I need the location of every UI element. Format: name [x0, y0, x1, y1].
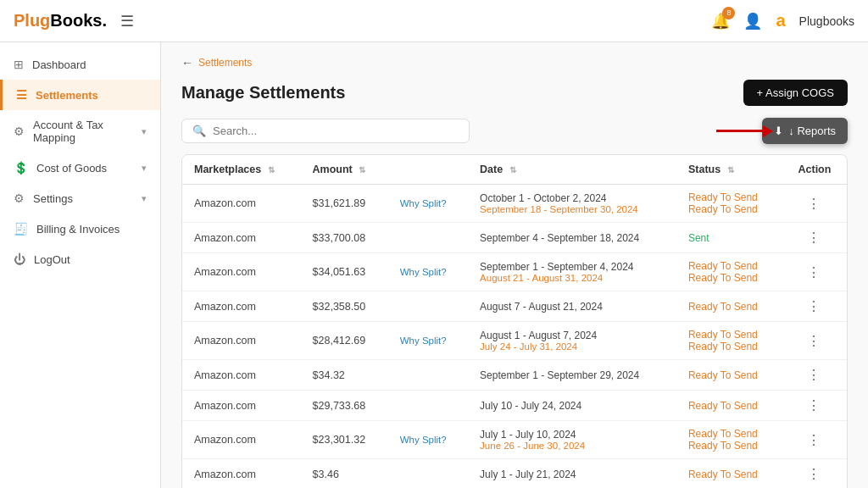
sidebar-item-dashboard[interactable]: ⊞ Dashboard: [0, 49, 160, 80]
cell-action[interactable]: ⋮: [782, 391, 847, 421]
cell-why-split[interactable]: Why Split?: [388, 322, 468, 360]
cell-marketplace: Amazon.com: [182, 291, 301, 322]
cell-amount: $33,700.08: [301, 223, 388, 253]
sidebar-item-settlements[interactable]: ☰ Settlements: [0, 80, 160, 110]
action-menu-icon[interactable]: ⋮: [807, 299, 821, 313]
cell-action[interactable]: ⋮: [782, 291, 847, 322]
cell-action[interactable]: ⋮: [782, 421, 847, 459]
cell-status: Ready To Send Ready To Send: [676, 421, 782, 459]
sidebar-item-billing[interactable]: 🧾 Billing & Invoices: [0, 214, 160, 244]
cell-date: October 1 - October 2, 2024 September 18…: [468, 185, 676, 223]
reports-button[interactable]: ⬇ ↓ Reports: [762, 118, 848, 144]
user-icon[interactable]: 👤: [743, 12, 762, 30]
cell-marketplace: Amazon.com: [182, 223, 301, 253]
menu-icon[interactable]: ☰: [120, 12, 134, 30]
action-menu-icon[interactable]: ⋮: [807, 433, 821, 447]
table-row: Amazon.com $34,051.63 Why Split? Septemb…: [182, 253, 847, 291]
cell-marketplace: Amazon.com: [182, 421, 301, 459]
cell-why-split: [388, 360, 468, 391]
sidebar-item-logout[interactable]: ⏻ LogOut: [0, 244, 160, 274]
action-menu-icon[interactable]: ⋮: [807, 265, 821, 280]
table-row: Amazon.com $3.46 July 1 - July 21, 2024 …: [182, 459, 847, 489]
page-title: Manage Settlements: [181, 83, 345, 103]
cell-marketplace: Amazon.com: [182, 459, 301, 489]
cell-marketplace: Amazon.com: [182, 322, 301, 360]
cell-action[interactable]: ⋮: [782, 459, 847, 489]
action-menu-icon[interactable]: ⋮: [807, 398, 821, 413]
page-header: Manage Settlements + Assign COGS: [181, 80, 848, 106]
action-menu-icon[interactable]: ⋮: [807, 368, 821, 382]
cell-why-split[interactable]: Why Split?: [388, 185, 468, 223]
navbar: PlugBooks. ☰ 🔔 8 👤 a Plugbooks: [0, 0, 868, 42]
cell-amount: $23,301.32: [301, 421, 388, 459]
cell-action[interactable]: ⋮: [782, 185, 847, 223]
cell-marketplace: Amazon.com: [182, 391, 301, 421]
sidebar-item-settings[interactable]: ⚙ Settings ▾: [0, 183, 160, 214]
chevron-down-icon: ▾: [142, 163, 147, 174]
breadcrumb-label: Settlements: [198, 57, 252, 69]
logout-icon: ⏻: [14, 252, 25, 266]
action-menu-icon[interactable]: ⋮: [807, 230, 821, 245]
reports-area: ⬇ ↓ Reports: [762, 118, 848, 144]
cell-why-split: [388, 223, 468, 253]
sidebar-item-label: Dashboard: [32, 58, 86, 71]
cell-status: Ready To Send: [676, 391, 782, 421]
sort-icon[interactable]: ⇅: [509, 165, 516, 175]
sidebar-item-label: Cost of Goods: [36, 162, 107, 175]
col-action: Action: [782, 155, 847, 185]
cell-marketplace: Amazon.com: [182, 253, 301, 291]
cell-action[interactable]: ⋮: [782, 360, 847, 391]
action-menu-icon[interactable]: ⋮: [807, 334, 821, 348]
cell-date: August 7 - August 21, 2024: [468, 291, 676, 322]
cell-status: Ready To Send Ready To Send: [676, 253, 782, 291]
cell-status: Sent: [676, 223, 782, 253]
billing-icon: 🧾: [14, 222, 28, 236]
col-marketplaces: Marketplaces ⇅: [182, 155, 301, 185]
action-menu-icon[interactable]: ⋮: [807, 197, 821, 211]
col-date: Date ⇅: [468, 155, 676, 185]
notification-badge: 8: [722, 7, 735, 19]
logo-plug: Plug: [14, 11, 50, 30]
cell-date: September 1 - September 4, 2024 August 2…: [468, 253, 676, 291]
sort-icon[interactable]: ⇅: [268, 165, 275, 175]
cog-icon: 💲: [14, 161, 28, 175]
reports-label: ↓ Reports: [788, 125, 836, 137]
cell-why-split: [388, 459, 468, 489]
back-button[interactable]: ←: [181, 56, 193, 69]
main-layout: ⊞ Dashboard ☰ Settlements ⚙ Account & Ta…: [0, 42, 868, 488]
sidebar-item-label: LogOut: [34, 253, 70, 266]
cell-status: Ready To Send Ready To Send: [676, 185, 782, 223]
assign-cogs-button[interactable]: + Assign COGS: [743, 80, 848, 106]
cell-amount: $34,051.63: [301, 253, 388, 291]
cell-marketplace: Amazon.com: [182, 360, 301, 391]
cell-why-split[interactable]: Why Split?: [388, 421, 468, 459]
account-tax-icon: ⚙: [14, 125, 25, 138]
sidebar-item-account-tax[interactable]: ⚙ Account & Tax Mapping ▾: [0, 110, 160, 152]
cell-action[interactable]: ⋮: [782, 223, 847, 253]
download-icon: ⬇: [774, 125, 783, 137]
chevron-down-icon: ▾: [142, 126, 147, 137]
cell-amount: $32,358.50: [301, 291, 388, 322]
search-box: 🔍: [181, 119, 470, 143]
search-input[interactable]: [213, 125, 459, 137]
action-menu-icon[interactable]: ⋮: [807, 467, 821, 481]
notification-icon[interactable]: 🔔 8: [711, 12, 730, 30]
sort-icon[interactable]: ⇅: [727, 165, 734, 175]
cell-action[interactable]: ⋮: [782, 253, 847, 291]
settings-icon: ⚙: [14, 191, 25, 205]
logo: PlugBooks.: [14, 11, 107, 30]
sort-icon[interactable]: ⇅: [359, 165, 365, 175]
cell-why-split[interactable]: Why Split?: [388, 253, 468, 291]
sidebar: ⊞ Dashboard ☰ Settlements ⚙ Account & Ta…: [0, 42, 161, 488]
cell-action[interactable]: ⋮: [782, 322, 847, 360]
cell-amount: $34.32: [301, 360, 388, 391]
sidebar-item-cost-of-goods[interactable]: 💲 Cost of Goods ▾: [0, 152, 160, 183]
toolbar: 🔍 ⬇ ↓ Reports: [181, 118, 848, 144]
table-row: Amazon.com $23,301.32 Why Split? July 1 …: [182, 421, 847, 459]
cell-status: Ready To Send: [676, 291, 782, 322]
search-icon: 🔍: [192, 125, 206, 137]
cell-amount: $28,412.69: [301, 322, 388, 360]
cell-status: Ready To Send Ready To Send: [676, 322, 782, 360]
sidebar-item-label: Billing & Invoices: [36, 223, 120, 236]
sidebar-item-label: Settlements: [36, 89, 98, 102]
